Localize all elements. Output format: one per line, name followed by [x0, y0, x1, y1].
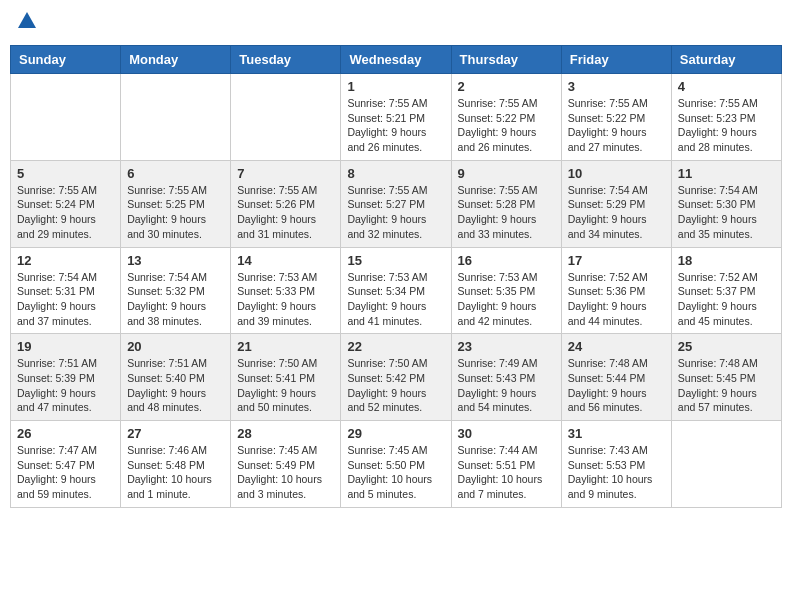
day-of-week-header: Wednesday [341, 46, 451, 74]
day-info: Sunrise: 7:55 AM Sunset: 5:25 PM Dayligh… [127, 183, 224, 242]
day-info: Sunrise: 7:46 AM Sunset: 5:48 PM Dayligh… [127, 443, 224, 502]
calendar-day-cell: 15Sunrise: 7:53 AM Sunset: 5:34 PM Dayli… [341, 247, 451, 334]
day-info: Sunrise: 7:47 AM Sunset: 5:47 PM Dayligh… [17, 443, 114, 502]
day-info: Sunrise: 7:45 AM Sunset: 5:49 PM Dayligh… [237, 443, 334, 502]
calendar-day-cell: 1Sunrise: 7:55 AM Sunset: 5:21 PM Daylig… [341, 74, 451, 161]
calendar-day-cell: 21Sunrise: 7:50 AM Sunset: 5:41 PM Dayli… [231, 334, 341, 421]
calendar-day-cell: 30Sunrise: 7:44 AM Sunset: 5:51 PM Dayli… [451, 421, 561, 508]
calendar-week-row: 26Sunrise: 7:47 AM Sunset: 5:47 PM Dayli… [11, 421, 782, 508]
day-info: Sunrise: 7:54 AM Sunset: 5:29 PM Dayligh… [568, 183, 665, 242]
calendar-day-cell: 2Sunrise: 7:55 AM Sunset: 5:22 PM Daylig… [451, 74, 561, 161]
day-number: 19 [17, 339, 114, 354]
day-number: 21 [237, 339, 334, 354]
calendar-day-cell [11, 74, 121, 161]
day-info: Sunrise: 7:55 AM Sunset: 5:22 PM Dayligh… [568, 96, 665, 155]
day-number: 20 [127, 339, 224, 354]
calendar-day-cell: 29Sunrise: 7:45 AM Sunset: 5:50 PM Dayli… [341, 421, 451, 508]
day-number: 24 [568, 339, 665, 354]
day-number: 27 [127, 426, 224, 441]
calendar-day-cell: 9Sunrise: 7:55 AM Sunset: 5:28 PM Daylig… [451, 160, 561, 247]
calendar-day-cell: 24Sunrise: 7:48 AM Sunset: 5:44 PM Dayli… [561, 334, 671, 421]
calendar-day-cell: 7Sunrise: 7:55 AM Sunset: 5:26 PM Daylig… [231, 160, 341, 247]
day-info: Sunrise: 7:45 AM Sunset: 5:50 PM Dayligh… [347, 443, 444, 502]
day-info: Sunrise: 7:55 AM Sunset: 5:24 PM Dayligh… [17, 183, 114, 242]
day-info: Sunrise: 7:53 AM Sunset: 5:33 PM Dayligh… [237, 270, 334, 329]
day-of-week-header: Friday [561, 46, 671, 74]
day-info: Sunrise: 7:50 AM Sunset: 5:42 PM Dayligh… [347, 356, 444, 415]
day-number: 28 [237, 426, 334, 441]
day-of-week-header: Saturday [671, 46, 781, 74]
day-info: Sunrise: 7:49 AM Sunset: 5:43 PM Dayligh… [458, 356, 555, 415]
day-number: 16 [458, 253, 555, 268]
calendar-day-cell [671, 421, 781, 508]
day-info: Sunrise: 7:52 AM Sunset: 5:36 PM Dayligh… [568, 270, 665, 329]
day-info: Sunrise: 7:55 AM Sunset: 5:28 PM Dayligh… [458, 183, 555, 242]
day-number: 25 [678, 339, 775, 354]
calendar-day-cell: 6Sunrise: 7:55 AM Sunset: 5:25 PM Daylig… [121, 160, 231, 247]
day-number: 23 [458, 339, 555, 354]
day-info: Sunrise: 7:54 AM Sunset: 5:31 PM Dayligh… [17, 270, 114, 329]
day-info: Sunrise: 7:50 AM Sunset: 5:41 PM Dayligh… [237, 356, 334, 415]
page-header [10, 10, 782, 37]
day-number: 15 [347, 253, 444, 268]
calendar-header-row: SundayMondayTuesdayWednesdayThursdayFrid… [11, 46, 782, 74]
calendar-day-cell: 26Sunrise: 7:47 AM Sunset: 5:47 PM Dayli… [11, 421, 121, 508]
day-number: 4 [678, 79, 775, 94]
day-info: Sunrise: 7:54 AM Sunset: 5:30 PM Dayligh… [678, 183, 775, 242]
day-number: 31 [568, 426, 665, 441]
day-info: Sunrise: 7:52 AM Sunset: 5:37 PM Dayligh… [678, 270, 775, 329]
day-info: Sunrise: 7:44 AM Sunset: 5:51 PM Dayligh… [458, 443, 555, 502]
day-info: Sunrise: 7:55 AM Sunset: 5:21 PM Dayligh… [347, 96, 444, 155]
day-number: 5 [17, 166, 114, 181]
calendar-day-cell: 27Sunrise: 7:46 AM Sunset: 5:48 PM Dayli… [121, 421, 231, 508]
calendar-day-cell [121, 74, 231, 161]
calendar-day-cell: 14Sunrise: 7:53 AM Sunset: 5:33 PM Dayli… [231, 247, 341, 334]
calendar-day-cell: 25Sunrise: 7:48 AM Sunset: 5:45 PM Dayli… [671, 334, 781, 421]
day-number: 8 [347, 166, 444, 181]
day-info: Sunrise: 7:51 AM Sunset: 5:39 PM Dayligh… [17, 356, 114, 415]
calendar-week-row: 1Sunrise: 7:55 AM Sunset: 5:21 PM Daylig… [11, 74, 782, 161]
calendar-day-cell: 4Sunrise: 7:55 AM Sunset: 5:23 PM Daylig… [671, 74, 781, 161]
day-info: Sunrise: 7:54 AM Sunset: 5:32 PM Dayligh… [127, 270, 224, 329]
logo-icon [16, 10, 38, 32]
calendar-day-cell: 13Sunrise: 7:54 AM Sunset: 5:32 PM Dayli… [121, 247, 231, 334]
day-number: 9 [458, 166, 555, 181]
day-info: Sunrise: 7:55 AM Sunset: 5:26 PM Dayligh… [237, 183, 334, 242]
day-number: 7 [237, 166, 334, 181]
calendar-day-cell: 28Sunrise: 7:45 AM Sunset: 5:49 PM Dayli… [231, 421, 341, 508]
day-info: Sunrise: 7:55 AM Sunset: 5:27 PM Dayligh… [347, 183, 444, 242]
calendar-day-cell: 23Sunrise: 7:49 AM Sunset: 5:43 PM Dayli… [451, 334, 561, 421]
calendar-table: SundayMondayTuesdayWednesdayThursdayFrid… [10, 45, 782, 508]
day-info: Sunrise: 7:48 AM Sunset: 5:44 PM Dayligh… [568, 356, 665, 415]
day-number: 17 [568, 253, 665, 268]
calendar-week-row: 12Sunrise: 7:54 AM Sunset: 5:31 PM Dayli… [11, 247, 782, 334]
day-number: 30 [458, 426, 555, 441]
calendar-day-cell: 31Sunrise: 7:43 AM Sunset: 5:53 PM Dayli… [561, 421, 671, 508]
calendar-day-cell: 8Sunrise: 7:55 AM Sunset: 5:27 PM Daylig… [341, 160, 451, 247]
day-info: Sunrise: 7:55 AM Sunset: 5:23 PM Dayligh… [678, 96, 775, 155]
calendar-day-cell [231, 74, 341, 161]
day-number: 26 [17, 426, 114, 441]
day-number: 29 [347, 426, 444, 441]
day-number: 6 [127, 166, 224, 181]
day-number: 13 [127, 253, 224, 268]
calendar-week-row: 19Sunrise: 7:51 AM Sunset: 5:39 PM Dayli… [11, 334, 782, 421]
day-number: 18 [678, 253, 775, 268]
day-info: Sunrise: 7:51 AM Sunset: 5:40 PM Dayligh… [127, 356, 224, 415]
logo-text [14, 10, 38, 37]
day-info: Sunrise: 7:48 AM Sunset: 5:45 PM Dayligh… [678, 356, 775, 415]
day-number: 3 [568, 79, 665, 94]
calendar-day-cell: 11Sunrise: 7:54 AM Sunset: 5:30 PM Dayli… [671, 160, 781, 247]
day-of-week-header: Monday [121, 46, 231, 74]
calendar-week-row: 5Sunrise: 7:55 AM Sunset: 5:24 PM Daylig… [11, 160, 782, 247]
calendar-day-cell: 18Sunrise: 7:52 AM Sunset: 5:37 PM Dayli… [671, 247, 781, 334]
calendar-day-cell: 20Sunrise: 7:51 AM Sunset: 5:40 PM Dayli… [121, 334, 231, 421]
calendar-day-cell: 22Sunrise: 7:50 AM Sunset: 5:42 PM Dayli… [341, 334, 451, 421]
day-number: 22 [347, 339, 444, 354]
day-of-week-header: Thursday [451, 46, 561, 74]
calendar-day-cell: 12Sunrise: 7:54 AM Sunset: 5:31 PM Dayli… [11, 247, 121, 334]
day-number: 11 [678, 166, 775, 181]
day-info: Sunrise: 7:53 AM Sunset: 5:34 PM Dayligh… [347, 270, 444, 329]
logo [14, 10, 38, 37]
calendar-day-cell: 10Sunrise: 7:54 AM Sunset: 5:29 PM Dayli… [561, 160, 671, 247]
